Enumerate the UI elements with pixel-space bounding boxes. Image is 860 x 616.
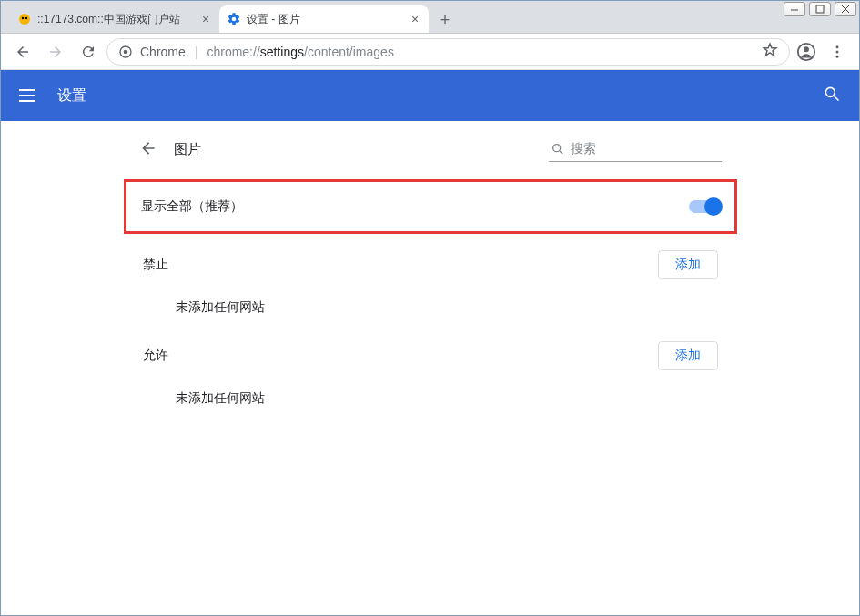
page-title: 图片 xyxy=(174,141,201,158)
address-bar[interactable]: Chrome | chrome://settings/content/image… xyxy=(106,38,790,66)
svg-point-12 xyxy=(836,50,839,53)
svg-point-13 xyxy=(836,55,839,57)
bookmark-star-icon[interactable] xyxy=(762,42,778,61)
inline-search-placeholder: 搜索 xyxy=(571,141,596,157)
inline-search-input[interactable]: 搜索 xyxy=(549,137,722,162)
svg-point-11 xyxy=(836,45,839,48)
settings-card: 图片 搜索 显示全部（推荐） 禁止 添加 未添加任何网站 允许 添加 未添加任何… xyxy=(121,121,740,432)
tab-strip: ::17173.com::中国游戏门户站 × 设置 - 图片 × + xyxy=(1,1,859,34)
svg-point-6 xyxy=(25,17,27,19)
menu-icon[interactable] xyxy=(19,89,41,102)
settings-header: 设置 xyxy=(1,70,859,121)
allow-add-button[interactable]: 添加 xyxy=(658,341,718,370)
back-button[interactable] xyxy=(8,37,37,66)
svg-line-15 xyxy=(835,96,839,101)
profile-avatar-icon[interactable] xyxy=(794,39,819,65)
tab-0[interactable]: ::17173.com::中国游戏门户站 × xyxy=(10,5,219,33)
header-search-icon[interactable] xyxy=(823,85,841,106)
forward-button[interactable] xyxy=(41,37,70,66)
tab-0-favicon-icon xyxy=(17,12,32,26)
window-controls xyxy=(780,0,860,14)
site-info-icon[interactable] xyxy=(118,45,133,59)
settings-title: 设置 xyxy=(57,86,86,106)
svg-point-14 xyxy=(825,87,835,96)
show-all-row: 显示全部（推荐） xyxy=(124,179,737,234)
close-window-button[interactable] xyxy=(835,2,856,16)
tab-1-close-icon[interactable]: × xyxy=(409,12,421,26)
allow-section: 允许 添加 未添加任何网站 xyxy=(121,341,740,407)
svg-point-10 xyxy=(804,46,809,52)
block-section: 禁止 添加 未添加任何网站 xyxy=(121,250,740,316)
svg-line-17 xyxy=(560,151,562,154)
url-scheme: Chrome xyxy=(140,45,186,59)
svg-rect-1 xyxy=(816,5,824,13)
show-all-label: 显示全部（推荐） xyxy=(141,198,243,215)
tab-1-favicon-icon xyxy=(227,12,241,26)
browser-toolbar: Chrome | chrome://settings/content/image… xyxy=(1,34,859,70)
reload-button[interactable] xyxy=(74,37,103,66)
show-all-toggle[interactable] xyxy=(689,200,720,213)
svg-point-5 xyxy=(22,17,24,19)
maximize-button[interactable] xyxy=(809,2,831,16)
browser-menu-icon[interactable] xyxy=(823,37,852,66)
tab-0-close-icon[interactable]: × xyxy=(199,12,212,26)
minimize-button[interactable] xyxy=(784,2,805,16)
tab-1-title: 设置 - 图片 xyxy=(247,12,403,27)
allow-empty-text: 未添加任何网站 xyxy=(143,390,718,407)
svg-point-8 xyxy=(124,49,128,54)
tab-1[interactable]: 设置 - 图片 × xyxy=(219,5,429,33)
block-section-title: 禁止 xyxy=(143,257,168,273)
block-add-button[interactable]: 添加 xyxy=(658,250,718,279)
new-tab-button[interactable]: + xyxy=(432,7,458,33)
block-empty-text: 未添加任何网站 xyxy=(143,299,718,316)
allow-section-title: 允许 xyxy=(143,348,168,364)
svg-point-4 xyxy=(19,14,30,25)
svg-point-16 xyxy=(552,145,560,152)
tab-0-title: ::17173.com::中国游戏门户站 xyxy=(37,12,194,27)
back-arrow-icon[interactable] xyxy=(139,139,157,161)
url-text: chrome://settings/content/images xyxy=(207,45,393,59)
